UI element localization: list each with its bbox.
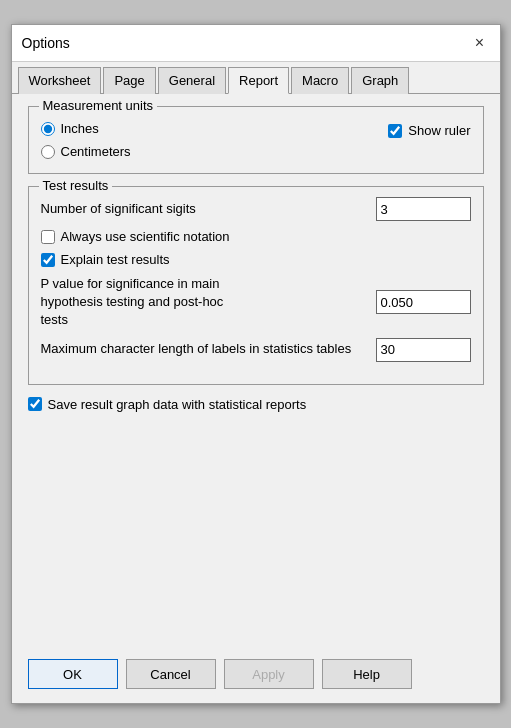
tab-worksheet[interactable]: Worksheet	[18, 67, 102, 94]
save-checkbox[interactable]	[28, 397, 42, 411]
centimeters-label: Centimeters	[61, 144, 131, 159]
show-ruler-checkbox[interactable]	[388, 124, 402, 138]
max-char-input[interactable]	[376, 338, 471, 362]
explain-row[interactable]: Explain test results	[41, 252, 471, 267]
save-checkbox-row[interactable]: Save result graph data with statistical …	[28, 397, 484, 412]
cancel-button[interactable]: Cancel	[126, 659, 216, 689]
pvalue-row: P value for significance in main hypothe…	[41, 275, 471, 330]
close-button[interactable]: ×	[470, 33, 490, 53]
tab-graph[interactable]: Graph	[351, 67, 409, 94]
tab-bar: Worksheet Page General Report Macro Grap…	[12, 62, 500, 94]
explain-label[interactable]: Explain test results	[61, 252, 170, 267]
sig-sigits-input[interactable]	[376, 197, 471, 221]
inches-label: Inches	[61, 121, 99, 136]
measurement-row: Inches Centimeters Show ruler	[41, 117, 471, 159]
save-label[interactable]: Save result graph data with statistical …	[48, 397, 307, 412]
pvalue-label: P value for significance in main hypothe…	[41, 275, 241, 330]
measurement-units-group: Measurement units Inches Centimeters Sho…	[28, 106, 484, 174]
max-char-row: Maximum character length of labels in st…	[41, 338, 471, 362]
test-results-label: Test results	[39, 178, 113, 193]
scientific-notation-row[interactable]: Always use scientific notation	[41, 229, 471, 244]
tab-general[interactable]: General	[158, 67, 226, 94]
sig-sigits-row: Number of significant sigits	[41, 197, 471, 221]
tab-macro[interactable]: Macro	[291, 67, 349, 94]
options-dialog: Options × Worksheet Page General Report …	[11, 24, 501, 704]
button-bar: OK Cancel Apply Help	[12, 651, 500, 703]
apply-button[interactable]: Apply	[224, 659, 314, 689]
tab-report[interactable]: Report	[228, 67, 289, 94]
radio-group: Inches Centimeters	[41, 121, 131, 159]
show-ruler-area: Show ruler	[388, 123, 470, 138]
measurement-units-label: Measurement units	[39, 98, 158, 113]
explain-checkbox[interactable]	[41, 253, 55, 267]
inches-radio-item[interactable]: Inches	[41, 121, 131, 136]
test-results-group: Test results Number of significant sigit…	[28, 186, 484, 385]
tab-page[interactable]: Page	[103, 67, 155, 94]
centimeters-radio-item[interactable]: Centimeters	[41, 144, 131, 159]
max-char-label: Maximum character length of labels in st…	[41, 341, 376, 358]
scientific-notation-label[interactable]: Always use scientific notation	[61, 229, 230, 244]
ok-button[interactable]: OK	[28, 659, 118, 689]
show-ruler-label[interactable]: Show ruler	[408, 123, 470, 138]
scientific-notation-checkbox[interactable]	[41, 230, 55, 244]
inches-radio[interactable]	[41, 122, 55, 136]
dialog-title: Options	[22, 35, 70, 51]
title-bar: Options ×	[12, 25, 500, 62]
help-button[interactable]: Help	[322, 659, 412, 689]
pvalue-input[interactable]	[376, 290, 471, 314]
main-content: Measurement units Inches Centimeters Sho…	[12, 94, 500, 651]
sig-sigits-label: Number of significant sigits	[41, 201, 376, 218]
centimeters-radio[interactable]	[41, 145, 55, 159]
